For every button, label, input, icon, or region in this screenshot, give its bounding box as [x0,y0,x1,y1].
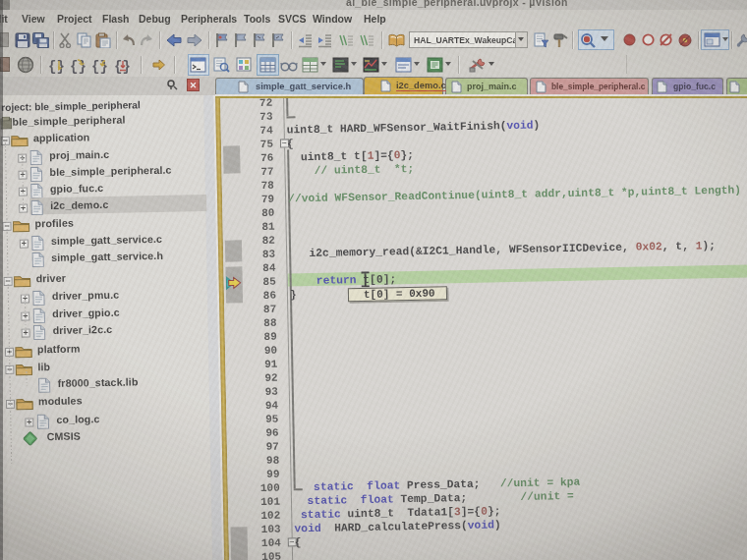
svg-text:{}: {} [70,59,86,75]
svg-text:{}: {} [48,59,64,75]
